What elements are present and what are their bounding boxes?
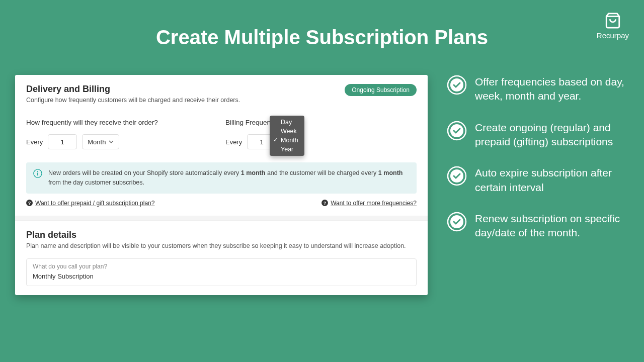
dropdown-option-year[interactable]: Year xyxy=(270,145,304,154)
section-divider xyxy=(15,216,428,221)
delivery-title: Delivery and Billing xyxy=(26,84,240,95)
plan-name-field[interactable]: What do you call your plan? xyxy=(26,258,417,286)
check-circle-icon xyxy=(447,75,467,95)
brand-logo: Recurpay xyxy=(597,12,629,40)
feature-item: Auto expire subscription after certain i… xyxy=(447,166,629,195)
check-circle-icon xyxy=(447,121,467,141)
feature-text: Auto expire subscription after certain i… xyxy=(475,166,629,195)
svg-point-1 xyxy=(37,171,38,172)
plan-details-subtitle: Plan name and description will be visibl… xyxy=(26,242,417,249)
plan-name-input[interactable] xyxy=(33,273,410,280)
svg-rect-2 xyxy=(37,173,38,175)
question-icon: ? xyxy=(26,200,33,206)
plan-details-section: Plan details Plan name and description w… xyxy=(15,221,428,295)
dropdown-option-week[interactable]: Week xyxy=(270,127,304,136)
billing-unit-dropdown[interactable]: Day Week Month Year xyxy=(270,116,304,156)
feature-text: Offer frequencies based on day, week, mo… xyxy=(475,75,629,104)
info-callout: New orders will be created on your Shopi… xyxy=(26,162,417,194)
delivery-billing-section: Delivery and Billing Configure how frequ… xyxy=(15,75,428,216)
page-title: Create Multiple Subscription Plans xyxy=(0,26,644,49)
question-icon: ? xyxy=(321,200,328,206)
feature-item: Renew subscription on specific day/date … xyxy=(447,212,629,240)
feature-list: Offer frequencies based on day, week, mo… xyxy=(447,75,629,257)
feature-item: Create ongoing (regular) and prepaid (gi… xyxy=(447,121,629,149)
info-text: New orders will be created on your Shopi… xyxy=(48,168,410,188)
every-label-billing: Every xyxy=(225,138,242,146)
dropdown-option-month[interactable]: Month xyxy=(270,136,304,145)
chevron-down-icon xyxy=(109,139,114,144)
order-unit-select[interactable]: Month xyxy=(82,134,119,149)
every-label: Every xyxy=(26,138,43,146)
frequencies-help-link[interactable]: ? Want to offer more frequencies? xyxy=(321,200,417,207)
brand-name: Recurpay xyxy=(597,31,629,40)
order-frequency-label: How frequently will they receive their o… xyxy=(26,119,225,126)
prepaid-help-link[interactable]: ? Want to offer prepaid / gift subscript… xyxy=(26,200,154,207)
settings-card: Delivery and Billing Configure how frequ… xyxy=(15,75,428,295)
info-icon xyxy=(33,169,42,178)
plan-name-label: What do you call your plan? xyxy=(33,263,410,270)
dropdown-option-day[interactable]: Day xyxy=(270,118,304,127)
feature-text: Create ongoing (regular) and prepaid (gi… xyxy=(475,121,629,149)
check-circle-icon xyxy=(447,212,467,232)
order-unit-value: Month xyxy=(88,138,106,146)
shopping-bag-icon xyxy=(604,12,621,29)
delivery-subtitle: Configure how frequently customers will … xyxy=(26,97,240,104)
check-circle-icon xyxy=(447,166,467,186)
subscription-type-badge: Ongoing Subscription xyxy=(345,84,417,96)
feature-text: Renew subscription on specific day/date … xyxy=(475,212,629,240)
plan-details-title: Plan details xyxy=(26,230,417,240)
order-qty-input[interactable] xyxy=(48,134,77,149)
feature-item: Offer frequencies based on day, week, mo… xyxy=(447,75,629,104)
